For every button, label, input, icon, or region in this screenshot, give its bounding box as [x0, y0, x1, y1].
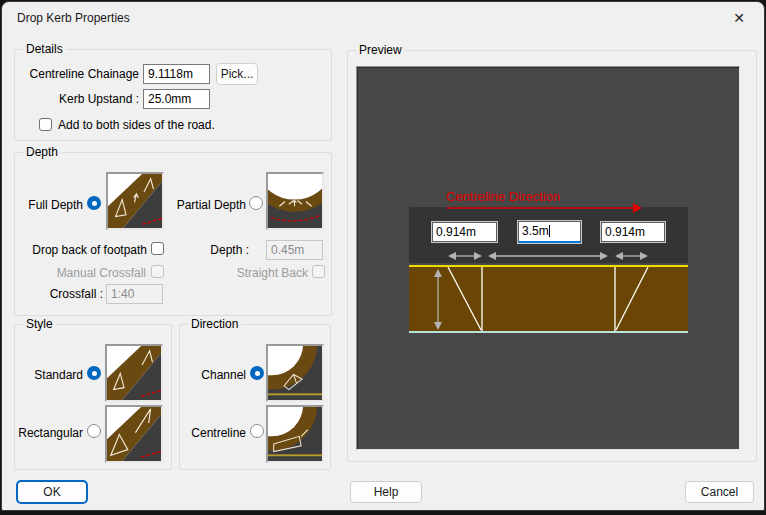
preview-centre-width-input[interactable]: 3.5m [518, 221, 581, 243]
close-button[interactable]: ✕ [722, 6, 756, 30]
text-caret [549, 225, 550, 237]
channel-label: Channel [188, 367, 246, 383]
rectangular-label: Rectangular [15, 425, 83, 441]
centreline-direction-icon [268, 407, 322, 461]
style-group-label: Style [23, 317, 56, 331]
centreline-label: Centreline [188, 425, 246, 441]
manual-crossfall-label: Manual Crossfall [23, 265, 146, 281]
title-bar: Drop Kerb Properties ✕ [2, 2, 764, 34]
full-depth-label: Full Depth [23, 197, 83, 213]
partial-depth-thumbnail [266, 172, 324, 230]
standard-label: Standard [23, 367, 83, 383]
depth-field-input: 0.45m [266, 240, 323, 260]
centreline-radio[interactable] [250, 424, 264, 438]
help-button[interactable]: Help [350, 481, 422, 503]
channel-radio[interactable] [250, 366, 264, 380]
direction-group: Direction Channel Centreline [179, 324, 331, 470]
window-title: Drop Kerb Properties [17, 11, 130, 25]
centreline-chainage-input[interactable]: 9.1118m [143, 64, 210, 84]
straight-back-label: Straight Back [191, 265, 308, 281]
preview-plan-graphic [357, 67, 741, 451]
add-both-sides-checkbox[interactable] [39, 118, 52, 131]
manual-crossfall-checkbox [151, 265, 164, 278]
straight-back-checkbox [312, 265, 325, 278]
channel-direction-icon [268, 346, 322, 400]
details-group-label: Details [23, 42, 66, 56]
full-depth-icon [108, 174, 162, 228]
rectangular-radio[interactable] [87, 424, 101, 438]
preview-right-width-input[interactable]: 0.914m [601, 222, 665, 242]
partial-depth-label: Partial Depth [165, 197, 246, 213]
centreline-chainage-label: Centreline Chainage [23, 66, 139, 82]
ok-button[interactable]: OK [17, 481, 87, 503]
close-icon: ✕ [733, 10, 745, 26]
details-group: Details Centreline Chainage 9.1118m Pick… [14, 49, 332, 141]
cancel-button[interactable]: Cancel [685, 481, 754, 503]
preview-group: Preview [347, 50, 757, 462]
rectangular-style-icon [107, 407, 161, 461]
preview-panel: Centreline Direction 0.914m 3.5m 0.914m [356, 66, 740, 450]
drop-kerb-properties-dialog: Drop Kerb Properties ✕ Details Centrelin… [1, 1, 765, 511]
drop-back-of-footpath-label: Drop back of footpath [23, 242, 147, 258]
depth-group-label: Depth [23, 145, 61, 159]
full-depth-radio[interactable] [87, 196, 101, 210]
centreline-thumbnail [266, 405, 324, 463]
kerb-upstand-input[interactable]: 25.0mm [143, 89, 210, 109]
crossfall-input: 1:40 [106, 284, 163, 304]
partial-depth-icon [268, 174, 322, 228]
kerb-upstand-label: Kerb Upstand : [23, 91, 139, 107]
drop-back-of-footpath-checkbox[interactable] [151, 242, 164, 255]
kerb-plan [409, 265, 688, 333]
full-depth-thumbnail [106, 172, 164, 230]
pick-button[interactable]: Pick... [216, 63, 258, 85]
standard-radio[interactable] [87, 366, 101, 380]
kerb-bottom-line [409, 331, 688, 333]
direction-group-label: Direction [188, 317, 241, 331]
centreline-direction-label: Centreline Direction [446, 189, 560, 204]
channel-thumbnail [266, 344, 324, 402]
crossfall-label: Crossfall : [23, 286, 103, 302]
add-both-sides-label: Add to both sides of the road. [58, 117, 215, 133]
partial-depth-radio[interactable] [249, 196, 263, 210]
preview-left-width-input[interactable]: 0.914m [432, 222, 497, 242]
rectangular-thumbnail [105, 405, 163, 463]
style-group: Style Standard Rectangular [14, 324, 172, 470]
depth-field-label: Depth : [191, 242, 249, 258]
standard-thumbnail [105, 344, 163, 402]
kerb-top-line [409, 265, 688, 267]
depth-group: Depth Full Depth Partial Depth [14, 152, 332, 316]
standard-style-icon [107, 346, 161, 400]
preview-group-label: Preview [356, 43, 405, 57]
